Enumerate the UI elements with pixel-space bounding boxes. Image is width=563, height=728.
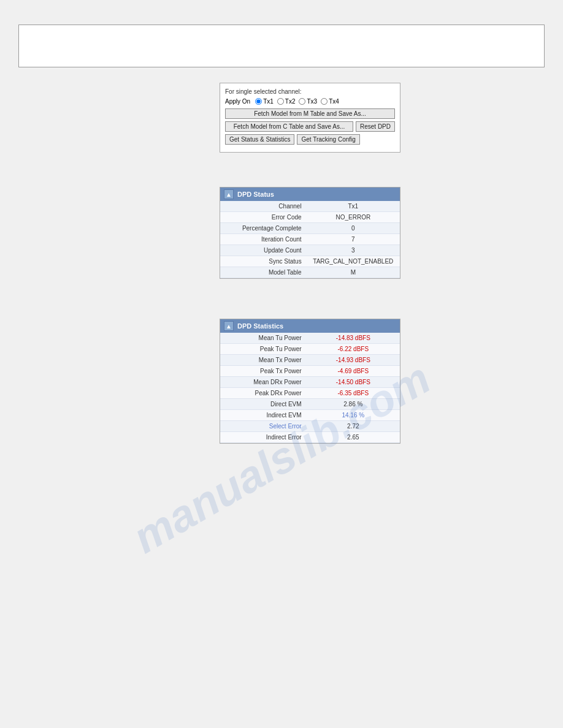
table-row: Mean Tx Power -14.93 dBFS [220, 355, 400, 366]
row-value: 2.86 % [307, 399, 400, 410]
table-row: Peak Tx Power -4.69 dBFS [220, 366, 400, 377]
row-label: Update Count [220, 245, 307, 256]
get-status-button[interactable]: Get Status & Statistics [225, 134, 294, 145]
row-value: NO_ERROR [307, 212, 400, 223]
table-row: Mean Tu Power -14.83 dBFS [220, 333, 400, 344]
row-value: 3 [307, 245, 400, 256]
row-value: -14.83 dBFS [307, 333, 400, 344]
row-label: Select Error [220, 421, 307, 432]
table-row: Select Error 2.72 [220, 421, 400, 432]
row-label: Iteration Count [220, 234, 307, 245]
row-value: -6.35 dBFS [307, 388, 400, 399]
table-row: Percentage Complete 0 [220, 223, 400, 234]
row-label: Indirect Error [220, 432, 307, 443]
row-label: Direct EVM [220, 399, 307, 410]
row-value: -14.93 dBFS [307, 355, 400, 366]
row-value: TARG_CAL_NOT_ENABLED [307, 256, 400, 267]
row-label: Error Code [220, 212, 307, 223]
table-row: Peak DRx Power -6.35 dBFS [220, 388, 400, 399]
row-value: 14.16 % [307, 410, 400, 421]
row-value: 7 [307, 234, 400, 245]
radio-tx3[interactable]: Tx3 [299, 98, 317, 105]
buttons-row3: Get Status & Statistics Get Tracking Con… [225, 134, 395, 145]
stats-collapse-button[interactable]: ▲ [224, 321, 234, 331]
table-row: Direct EVM 2.86 % [220, 399, 400, 410]
row-value: 2.72 [307, 421, 400, 432]
row-label: Peak Tu Power [220, 344, 307, 355]
top-info-box [18, 25, 545, 67]
row-value: M [307, 267, 400, 278]
row-value: 0 [307, 223, 400, 234]
row-value: -14.50 dBFS [307, 377, 400, 388]
table-row: Indirect Error 2.65 [220, 432, 400, 443]
row-label: Model Table [220, 267, 307, 278]
dpd-status-header: ▲ DPD Status [220, 188, 400, 201]
row-label: Peak DRx Power [220, 388, 307, 399]
radio-group: Tx1 Tx2 Tx3 Tx4 [255, 98, 339, 105]
dpd-statistics-section: ▲ DPD Statistics Mean Tu Power -14.83 dB… [220, 319, 400, 444]
dpd-status-section: ▲ DPD Status Channel Tx1 Error Code NO_E… [220, 187, 400, 279]
row-value: -6.22 dBFS [307, 344, 400, 355]
row-label: Indirect EVM [220, 410, 307, 421]
row-label: Channel [220, 201, 307, 212]
table-row: Sync Status TARG_CAL_NOT_ENABLED [220, 256, 400, 267]
radio-tx2[interactable]: Tx2 [277, 98, 296, 105]
table-row: Indirect EVM 14.16 % [220, 410, 400, 421]
get-tracking-button[interactable]: Get Tracking Config [297, 134, 359, 145]
row-label: Peak Tx Power [220, 366, 307, 377]
fetch-m-button[interactable]: Fetch Model from M Table and Save As... [225, 108, 395, 119]
radio-tx1[interactable]: Tx1 [255, 98, 274, 105]
dpd-status-table: Channel Tx1 Error Code NO_ERROR Percenta… [220, 201, 400, 278]
table-row: Error Code NO_ERROR [220, 212, 400, 223]
dpd-statistics-header: ▲ DPD Statistics [220, 319, 400, 333]
table-row: Model Table M [220, 267, 400, 278]
fetch-c-button[interactable]: Fetch Model from C Table and Save As... [225, 121, 353, 132]
table-row: Iteration Count 7 [220, 234, 400, 245]
dpd-status-title: DPD Status [237, 191, 274, 198]
row-value: Tx1 [307, 201, 400, 212]
table-row: Channel Tx1 [220, 201, 400, 212]
table-row: Peak Tu Power -6.22 dBFS [220, 344, 400, 355]
dpd-statistics-title: DPD Statistics [237, 322, 283, 330]
row-label: Mean DRx Power [220, 377, 307, 388]
row-label: Mean Tu Power [220, 333, 307, 344]
row-label: Mean Tx Power [220, 355, 307, 366]
reset-dpd-button[interactable]: Reset DPD [356, 121, 395, 132]
status-collapse-button[interactable]: ▲ [224, 189, 234, 199]
section-label: For single selected channel: [225, 88, 395, 95]
row-value: -4.69 dBFS [307, 366, 400, 377]
control-panel: For single selected channel: Apply On Tx… [220, 83, 400, 153]
apply-on-row: Apply On Tx1 Tx2 Tx3 Tx4 [225, 98, 395, 105]
apply-on-label: Apply On [225, 98, 250, 105]
radio-tx4[interactable]: Tx4 [321, 98, 339, 105]
buttons-row2: Fetch Model from C Table and Save As... … [225, 121, 395, 132]
buttons-row1: Fetch Model from M Table and Save As... [225, 108, 395, 119]
row-label: Percentage Complete [220, 223, 307, 234]
table-row: Update Count 3 [220, 245, 400, 256]
row-label: Sync Status [220, 256, 307, 267]
table-row: Mean DRx Power -14.50 dBFS [220, 377, 400, 388]
row-value: 2.65 [307, 432, 400, 443]
dpd-statistics-table: Mean Tu Power -14.83 dBFS Peak Tu Power … [220, 333, 400, 443]
